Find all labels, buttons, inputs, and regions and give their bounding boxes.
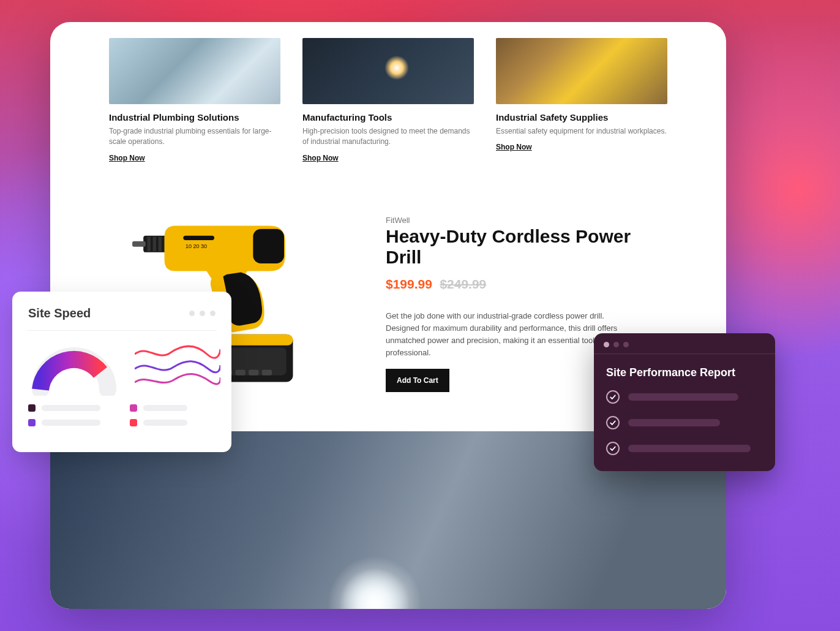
product-title: Heavy-Duty Cordless Power Drill <box>386 226 667 268</box>
checklist-item <box>606 390 763 404</box>
progress-bar <box>628 445 751 452</box>
product-price: $199.99 <box>386 277 432 291</box>
site-speed-title: Site Speed <box>28 306 91 320</box>
svg-rect-1 <box>132 241 146 246</box>
progress-bar <box>628 393 738 401</box>
swatch-icon <box>130 404 137 412</box>
checklist-item <box>606 442 763 455</box>
site-performance-card: Site Performance Report <box>594 333 775 471</box>
sparkline-chart <box>135 341 220 393</box>
shop-now-link[interactable]: Shop Now <box>302 154 339 162</box>
shop-now-link[interactable]: Shop Now <box>496 143 532 151</box>
swatch-icon <box>28 419 36 426</box>
category-card-manufacturing: Manufacturing Tools High-precision tools… <box>302 38 474 163</box>
category-description: Essential safety equipment for industria… <box>496 126 667 137</box>
progress-bar <box>628 419 720 426</box>
svg-text:10  20  30: 10 20 30 <box>186 243 207 249</box>
swatch-icon <box>130 419 137 426</box>
price-row: $199.99 $249.99 <box>386 277 667 292</box>
svg-rect-6 <box>253 229 284 263</box>
legend-bar <box>42 405 100 411</box>
legend <box>28 404 216 426</box>
add-to-cart-button[interactable]: Add To Cart <box>386 369 449 392</box>
swatch-icon <box>28 404 36 412</box>
category-image <box>302 38 474 104</box>
svg-rect-4 <box>159 236 162 251</box>
category-row: Industrial Plumbing Solutions Top-grade … <box>109 38 667 163</box>
check-circle-icon <box>606 416 620 429</box>
checklist-item <box>606 416 763 429</box>
category-title: Industrial Plumbing Solutions <box>109 112 280 123</box>
divider <box>27 330 217 331</box>
category-description: High-precision tools designed to meet th… <box>302 126 474 148</box>
shop-now-link[interactable]: Shop Now <box>109 154 145 162</box>
category-card-plumbing: Industrial Plumbing Solutions Top-grade … <box>109 38 280 163</box>
svg-rect-13 <box>235 369 245 375</box>
product-brand: FitWell <box>386 216 667 225</box>
legend-item <box>28 404 100 412</box>
category-image <box>496 38 667 104</box>
legend-item <box>130 419 187 426</box>
category-title: Manufacturing Tools <box>302 112 474 123</box>
gauge-chart <box>28 341 120 393</box>
category-title: Industrial Safety Supplies <box>496 112 667 123</box>
svg-rect-3 <box>153 236 156 251</box>
site-speed-card: Site Speed <box>12 292 231 452</box>
legend-bar <box>143 420 187 426</box>
svg-rect-15 <box>262 369 272 375</box>
card-menu-dots-icon[interactable] <box>189 311 216 316</box>
svg-rect-7 <box>183 235 214 240</box>
svg-rect-2 <box>148 236 151 251</box>
category-image <box>109 38 280 104</box>
product-compare-price: $249.99 <box>440 277 486 291</box>
window-controls-icon <box>594 333 775 353</box>
checklist <box>606 390 763 455</box>
svg-rect-14 <box>249 369 258 375</box>
check-circle-icon <box>606 390 620 404</box>
report-title: Site Performance Report <box>606 366 763 379</box>
check-circle-icon <box>606 442 620 455</box>
legend-item <box>130 404 187 412</box>
category-description: Top-grade industrial plumbing essentials… <box>109 126 280 148</box>
legend-bar <box>42 420 100 426</box>
legend-item <box>28 419 100 426</box>
category-card-safety: Industrial Safety Supplies Essential saf… <box>496 38 667 163</box>
legend-bar <box>143 405 187 411</box>
